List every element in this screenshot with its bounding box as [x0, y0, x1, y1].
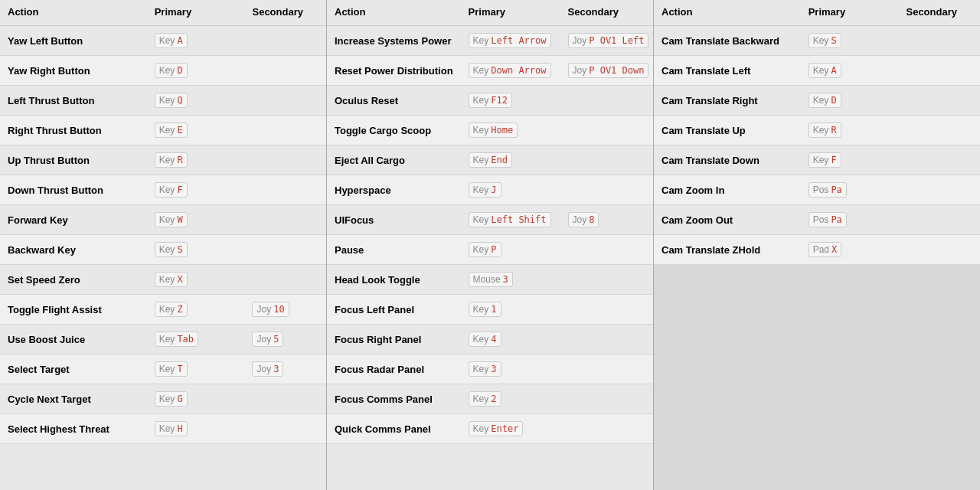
action-label: Cam Translate Down [662, 155, 760, 166]
table-row: Down Thrust ButtonKeyF [0, 175, 326, 205]
key-badge-primary: KeyLeft Shift [469, 212, 551, 227]
header-action: Action [327, 0, 461, 26]
header-primary: Primary [801, 0, 899, 26]
table-3: ActionPrimarySecondaryCam Translate Back… [654, 0, 980, 265]
key-badge-primary: KeyHome [469, 122, 518, 138]
action-label: Up Thrust Button [8, 155, 90, 166]
key-badge-primary: KeyD [155, 63, 188, 78]
table-row: HyperspaceKeyJ [327, 175, 654, 205]
key-badge-primary: PosPa [808, 182, 847, 198]
key-badge-primary: KeyQ [155, 93, 188, 108]
key-badge-primary: KeyS [155, 242, 188, 257]
action-label: Cam Zoom Out [662, 214, 733, 226]
table-row: Right Thrust ButtonKeyE [0, 116, 326, 145]
action-label: Cam Translate Up [662, 125, 746, 136]
action-label: Cam Translate Left [662, 65, 750, 77]
table-row: Reset Power DistributionKeyDown ArrowJoy… [327, 56, 654, 86]
key-badge-primary: Key1 [469, 302, 501, 317]
table-row: Left Thrust ButtonKeyQ [0, 86, 326, 116]
table-2: ActionPrimarySecondaryIncrease Systems P… [327, 0, 654, 444]
table-row: Quick Comms PanelKeyEnter [327, 414, 654, 444]
action-label: Cam Translate Backward [662, 35, 779, 47]
action-label: Toggle Flight Assist [8, 304, 102, 315]
key-badge-primary: KeyJ [469, 182, 501, 198]
table-row: Up Thrust ButtonKeyR [0, 145, 326, 175]
table-row: Cam Zoom OutPosPa [654, 205, 980, 235]
key-badge-primary: KeyTab [155, 332, 198, 347]
table-row: Cam Translate BackwardKeyS [654, 26, 980, 56]
key-badge-primary: KeyLeft Arrow [469, 33, 551, 48]
table-row: Cam Translate LeftKeyA [654, 56, 980, 86]
key-badge-primary: PadX [808, 242, 842, 257]
key-badge-primary: Key4 [469, 332, 501, 347]
key-badge-secondary: Joy10 [252, 302, 289, 317]
action-label: Select Highest Threat [8, 423, 109, 435]
header-action: Action [0, 0, 147, 26]
action-label: Quick Comms Panel [335, 423, 431, 435]
column-2: ActionPrimarySecondaryIncrease Systems P… [327, 0, 654, 490]
action-label: Forward Key [8, 214, 68, 226]
key-badge-primary: KeyZ [155, 302, 188, 317]
action-label: Focus Left Panel [335, 304, 414, 315]
key-badge-primary: KeyS [808, 33, 841, 48]
table-row: Focus Left PanelKey1 [327, 295, 654, 325]
table-row: Focus Comms PanelKey2 [327, 384, 654, 414]
action-label: Cam Translate ZHold [662, 244, 760, 256]
table-1: ActionPrimarySecondaryYaw Left ButtonKey… [0, 0, 326, 444]
table-row: Increase Systems PowerKeyLeft ArrowJoyP … [327, 26, 654, 56]
table-row: Oculus ResetKeyF12 [327, 86, 654, 116]
action-label: Left Thrust Button [8, 95, 94, 106]
key-badge-primary: KeyA [155, 33, 188, 48]
table-row: Use Boost JuiceKeyTabJoy5 [0, 325, 326, 354]
key-badge-primary: KeyDown Arrow [469, 63, 551, 78]
table-row: Eject All CargoKeyEnd [327, 145, 654, 175]
key-badge-primary: KeyR [155, 152, 188, 168]
action-label: Cam Translate Right [662, 95, 758, 106]
table-row: Backward KeyKeyS [0, 235, 326, 265]
column-3: ActionPrimarySecondaryCam Translate Back… [654, 0, 980, 490]
action-label: Yaw Left Button [8, 35, 83, 47]
table-row: Cam Translate ZHoldPadX [654, 235, 980, 265]
table-row: UIFocusKeyLeft ShiftJoy8 [327, 205, 654, 235]
header-primary: Primary [461, 0, 560, 26]
key-badge-primary: Key2 [469, 391, 501, 407]
header-action: Action [654, 0, 801, 26]
action-label: Cam Zoom In [662, 185, 724, 196]
table-row: Focus Right PanelKey4 [327, 325, 654, 354]
key-badge-primary: KeyP [469, 242, 501, 257]
keybindings-container: ActionPrimarySecondaryYaw Left ButtonKey… [0, 0, 980, 490]
key-badge-primary: KeyF [808, 152, 841, 168]
table-row: Cam Zoom InPosPa [654, 175, 980, 205]
key-badge-primary: Mouse3 [469, 272, 513, 287]
table-row: Head Look ToggleMouse3 [327, 265, 654, 295]
key-badge-primary: KeyT [155, 361, 188, 377]
action-label: Use Boost Juice [8, 334, 85, 345]
action-label: Oculus Reset [335, 95, 398, 106]
header-secondary: Secondary [244, 0, 326, 26]
action-label: Select Target [8, 364, 70, 375]
table-row: Cam Translate UpKeyR [654, 116, 980, 145]
key-badge-primary: PosPa [808, 212, 847, 227]
header-secondary: Secondary [560, 0, 654, 26]
key-badge-secondary: Joy5 [252, 332, 283, 347]
table-row: Toggle Flight AssistKeyZJoy10 [0, 295, 326, 325]
action-label: Backward Key [8, 244, 76, 256]
key-badge-primary: KeyR [808, 122, 841, 138]
table-row: Yaw Left ButtonKeyA [0, 26, 326, 56]
key-badge-secondary: Joy8 [568, 212, 599, 227]
key-badge-primary: KeyA [808, 63, 841, 78]
action-label: Toggle Cargo Scoop [335, 125, 431, 136]
key-badge-primary: KeyE [155, 122, 188, 138]
action-label: Set Speed Zero [8, 274, 80, 286]
key-badge-primary: Key3 [469, 361, 501, 377]
key-badge-primary: KeyX [155, 272, 188, 287]
action-label: Head Look Toggle [335, 274, 420, 286]
table-row: Select TargetKeyTJoy3 [0, 354, 326, 384]
key-badge-secondary: JoyP OV1 Left [568, 33, 649, 48]
table-row: Focus Radar PanelKey3 [327, 354, 654, 384]
table-row: Forward KeyKeyW [0, 205, 326, 235]
table-row: Cam Translate RightKeyD [654, 86, 980, 116]
key-badge-primary: KeyF12 [469, 93, 512, 108]
key-badge-primary: KeyEnter [469, 421, 524, 436]
table-row: Toggle Cargo ScoopKeyHome [327, 116, 654, 145]
